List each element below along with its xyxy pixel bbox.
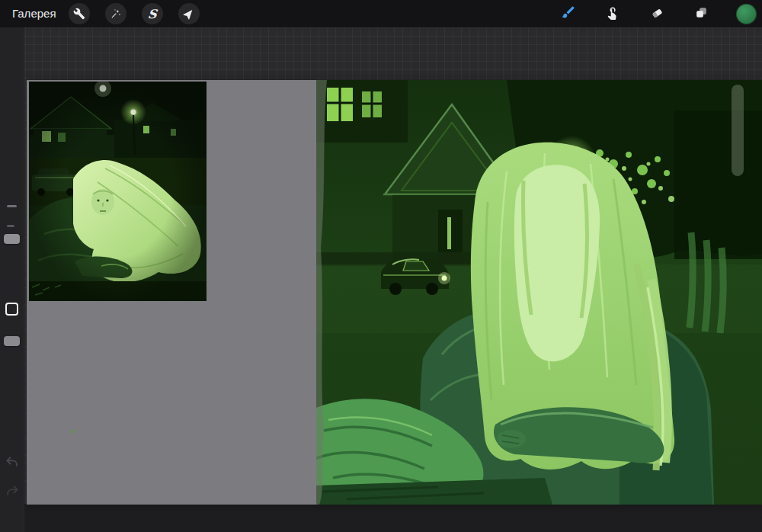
- redo-arrow-icon: [5, 488, 20, 501]
- wrench-icon: [73, 8, 85, 20]
- workspace-bottom-shade: [0, 504, 762, 532]
- selection-button[interactable]: S: [142, 3, 163, 24]
- erase-tool-button[interactable]: [647, 4, 667, 24]
- top-toolbar: Галерея S: [0, 0, 762, 27]
- transform-arrow-icon: [183, 8, 195, 20]
- slider-tick: [7, 225, 14, 227]
- smudge-tool-button[interactable]: [603, 4, 623, 24]
- painting-in-progress: [316, 80, 762, 505]
- paint-tool-button[interactable]: [559, 4, 578, 24]
- brush-size-slider[interactable]: [4, 234, 20, 244]
- layers-button[interactable]: [691, 4, 711, 24]
- eraser-icon: [650, 5, 664, 23]
- workspace: [0, 27, 762, 532]
- gallery-button[interactable]: Галерея: [12, 0, 56, 27]
- actions-button[interactable]: [69, 3, 90, 24]
- undo-arrow-icon: [5, 459, 20, 472]
- adjustments-button[interactable]: [105, 3, 126, 24]
- opacity-slider[interactable]: [4, 336, 20, 346]
- redo-button[interactable]: [5, 483, 20, 498]
- layers-icon: [694, 5, 709, 23]
- drawing-canvas[interactable]: [27, 80, 762, 505]
- left-sidebar: [0, 27, 24, 532]
- color-swatch[interactable]: [736, 4, 757, 24]
- transform-button[interactable]: [178, 3, 200, 24]
- modify-button[interactable]: [5, 303, 18, 316]
- slider-tick: [7, 205, 17, 207]
- magic-wand-icon: [110, 8, 122, 20]
- stray-brush-dot: [72, 430, 75, 433]
- paintbrush-icon: [561, 5, 576, 23]
- selection-s-icon: S: [147, 7, 158, 21]
- smudge-finger-icon: [606, 5, 620, 23]
- undo-button[interactable]: [5, 454, 20, 470]
- reference-photo: [29, 82, 207, 301]
- procreate-app: Галерея S: [0, 0, 762, 532]
